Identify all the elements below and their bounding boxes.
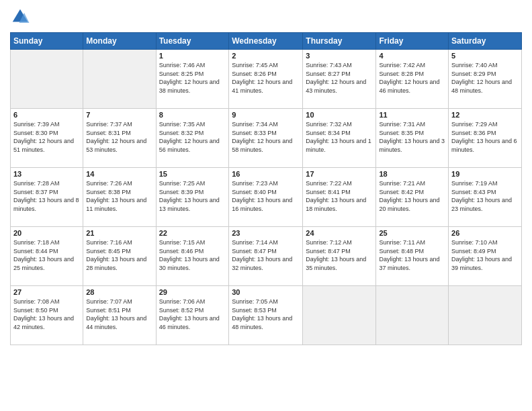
day-number: 20 [13, 229, 80, 237]
day-number: 9 [232, 111, 300, 119]
calendar-day-header: Saturday [449, 33, 522, 50]
calendar-header-row: SundayMondayTuesdayWednesdayThursdayFrid… [11, 33, 522, 50]
calendar-cell [83, 50, 156, 109]
calendar-cell: 24Sunrise: 7:12 AM Sunset: 8:47 PM Dayli… [303, 227, 376, 286]
header [10, 7, 522, 27]
day-info: Sunrise: 7:25 AM Sunset: 8:39 PM Dayligh… [159, 179, 226, 213]
day-info: Sunrise: 7:29 AM Sunset: 8:36 PM Dayligh… [451, 120, 519, 154]
day-info: Sunrise: 7:19 AM Sunset: 8:43 PM Dayligh… [451, 179, 519, 213]
calendar-cell: 19Sunrise: 7:19 AM Sunset: 8:43 PM Dayli… [449, 168, 522, 227]
day-number: 11 [379, 111, 445, 119]
day-number: 12 [451, 111, 519, 119]
day-info: Sunrise: 7:23 AM Sunset: 8:40 PM Dayligh… [232, 179, 300, 213]
calendar-week-row: 6Sunrise: 7:39 AM Sunset: 8:30 PM Daylig… [11, 109, 522, 168]
day-info: Sunrise: 7:31 AM Sunset: 8:35 PM Dayligh… [379, 120, 445, 154]
calendar-week-row: 13Sunrise: 7:28 AM Sunset: 8:37 PM Dayli… [11, 168, 522, 227]
day-info: Sunrise: 7:35 AM Sunset: 8:32 PM Dayligh… [159, 120, 226, 154]
calendar-cell: 8Sunrise: 7:35 AM Sunset: 8:32 PM Daylig… [156, 109, 229, 168]
calendar-cell: 30Sunrise: 7:05 AM Sunset: 8:53 PM Dayli… [229, 286, 303, 345]
calendar: SundayMondayTuesdayWednesdayThursdayFrid… [10, 32, 522, 345]
day-number: 5 [451, 52, 519, 60]
day-info: Sunrise: 7:14 AM Sunset: 8:47 PM Dayligh… [232, 238, 300, 272]
calendar-cell: 18Sunrise: 7:21 AM Sunset: 8:42 PM Dayli… [376, 168, 449, 227]
day-number: 22 [159, 229, 226, 237]
day-info: Sunrise: 7:18 AM Sunset: 8:44 PM Dayligh… [13, 238, 80, 272]
day-info: Sunrise: 7:05 AM Sunset: 8:53 PM Dayligh… [232, 298, 300, 331]
calendar-cell: 15Sunrise: 7:25 AM Sunset: 8:39 PM Dayli… [156, 168, 229, 227]
calendar-cell [303, 286, 376, 345]
day-info: Sunrise: 7:15 AM Sunset: 8:46 PM Dayligh… [159, 238, 226, 272]
day-number: 29 [159, 288, 226, 296]
calendar-cell [449, 286, 522, 345]
day-number: 16 [232, 170, 300, 178]
day-number: 7 [86, 111, 152, 119]
calendar-day-header: Wednesday [229, 33, 303, 50]
day-info: Sunrise: 7:22 AM Sunset: 8:41 PM Dayligh… [306, 179, 373, 213]
day-info: Sunrise: 7:21 AM Sunset: 8:42 PM Dayligh… [379, 179, 445, 213]
day-number: 24 [306, 229, 373, 237]
calendar-cell: 13Sunrise: 7:28 AM Sunset: 8:37 PM Dayli… [11, 168, 83, 227]
day-number: 14 [86, 170, 152, 178]
calendar-cell: 27Sunrise: 7:08 AM Sunset: 8:50 PM Dayli… [11, 286, 83, 345]
calendar-cell: 20Sunrise: 7:18 AM Sunset: 8:44 PM Dayli… [11, 227, 83, 286]
day-info: Sunrise: 7:16 AM Sunset: 8:45 PM Dayligh… [86, 238, 152, 272]
calendar-cell: 7Sunrise: 7:37 AM Sunset: 8:31 PM Daylig… [83, 109, 156, 168]
day-number: 8 [159, 111, 226, 119]
day-number: 2 [232, 52, 300, 60]
day-number: 27 [13, 288, 80, 296]
day-number: 23 [232, 229, 300, 237]
calendar-cell: 10Sunrise: 7:32 AM Sunset: 8:34 PM Dayli… [303, 109, 376, 168]
calendar-cell: 11Sunrise: 7:31 AM Sunset: 8:35 PM Dayli… [376, 109, 449, 168]
day-info: Sunrise: 7:08 AM Sunset: 8:50 PM Dayligh… [13, 298, 80, 331]
calendar-cell: 1Sunrise: 7:46 AM Sunset: 8:25 PM Daylig… [156, 50, 229, 109]
calendar-day-header: Friday [376, 33, 449, 50]
day-info: Sunrise: 7:28 AM Sunset: 8:37 PM Dayligh… [13, 179, 80, 213]
calendar-week-row: 20Sunrise: 7:18 AM Sunset: 8:44 PM Dayli… [11, 227, 522, 286]
day-info: Sunrise: 7:45 AM Sunset: 8:26 PM Dayligh… [232, 61, 300, 95]
calendar-day-header: Sunday [11, 33, 83, 50]
calendar-day-header: Monday [83, 33, 156, 50]
day-number: 19 [451, 170, 519, 178]
day-number: 30 [232, 288, 300, 296]
calendar-cell: 4Sunrise: 7:42 AM Sunset: 8:28 PM Daylig… [376, 50, 449, 109]
calendar-cell: 17Sunrise: 7:22 AM Sunset: 8:41 PM Dayli… [303, 168, 376, 227]
day-number: 26 [451, 229, 519, 237]
day-number: 18 [379, 170, 445, 178]
day-info: Sunrise: 7:07 AM Sunset: 8:51 PM Dayligh… [86, 298, 152, 331]
day-info: Sunrise: 7:06 AM Sunset: 8:52 PM Dayligh… [159, 298, 226, 331]
day-number: 3 [306, 52, 373, 60]
calendar-cell: 21Sunrise: 7:16 AM Sunset: 8:45 PM Dayli… [83, 227, 156, 286]
logo-icon [10, 7, 30, 27]
day-number: 4 [379, 52, 445, 60]
day-info: Sunrise: 7:46 AM Sunset: 8:25 PM Dayligh… [159, 61, 226, 95]
day-number: 1 [159, 52, 226, 60]
calendar-cell: 3Sunrise: 7:43 AM Sunset: 8:27 PM Daylig… [303, 50, 376, 109]
calendar-day-header: Tuesday [156, 33, 229, 50]
calendar-cell: 22Sunrise: 7:15 AM Sunset: 8:46 PM Dayli… [156, 227, 229, 286]
day-number: 17 [306, 170, 373, 178]
day-number: 28 [86, 288, 152, 296]
day-info: Sunrise: 7:34 AM Sunset: 8:33 PM Dayligh… [232, 120, 300, 154]
calendar-cell: 12Sunrise: 7:29 AM Sunset: 8:36 PM Dayli… [449, 109, 522, 168]
day-info: Sunrise: 7:32 AM Sunset: 8:34 PM Dayligh… [306, 120, 373, 154]
calendar-cell: 28Sunrise: 7:07 AM Sunset: 8:51 PM Dayli… [83, 286, 156, 345]
day-info: Sunrise: 7:40 AM Sunset: 8:29 PM Dayligh… [451, 61, 519, 95]
day-info: Sunrise: 7:37 AM Sunset: 8:31 PM Dayligh… [86, 120, 152, 154]
logo [10, 7, 33, 27]
calendar-cell: 26Sunrise: 7:10 AM Sunset: 8:49 PM Dayli… [449, 227, 522, 286]
day-info: Sunrise: 7:42 AM Sunset: 8:28 PM Dayligh… [379, 61, 445, 95]
day-info: Sunrise: 7:10 AM Sunset: 8:49 PM Dayligh… [451, 238, 519, 272]
page: SundayMondayTuesdayWednesdayThursdayFrid… [0, 0, 532, 411]
day-info: Sunrise: 7:26 AM Sunset: 8:38 PM Dayligh… [86, 179, 152, 213]
day-info: Sunrise: 7:12 AM Sunset: 8:47 PM Dayligh… [306, 238, 373, 272]
day-number: 6 [13, 111, 80, 119]
day-info: Sunrise: 7:43 AM Sunset: 8:27 PM Dayligh… [306, 61, 373, 95]
day-number: 21 [86, 229, 152, 237]
calendar-cell: 16Sunrise: 7:23 AM Sunset: 8:40 PM Dayli… [229, 168, 303, 227]
calendar-cell [376, 286, 449, 345]
day-info: Sunrise: 7:11 AM Sunset: 8:48 PM Dayligh… [379, 238, 445, 272]
day-number: 10 [306, 111, 373, 119]
day-number: 15 [159, 170, 226, 178]
calendar-cell: 9Sunrise: 7:34 AM Sunset: 8:33 PM Daylig… [229, 109, 303, 168]
calendar-cell: 14Sunrise: 7:26 AM Sunset: 8:38 PM Dayli… [83, 168, 156, 227]
